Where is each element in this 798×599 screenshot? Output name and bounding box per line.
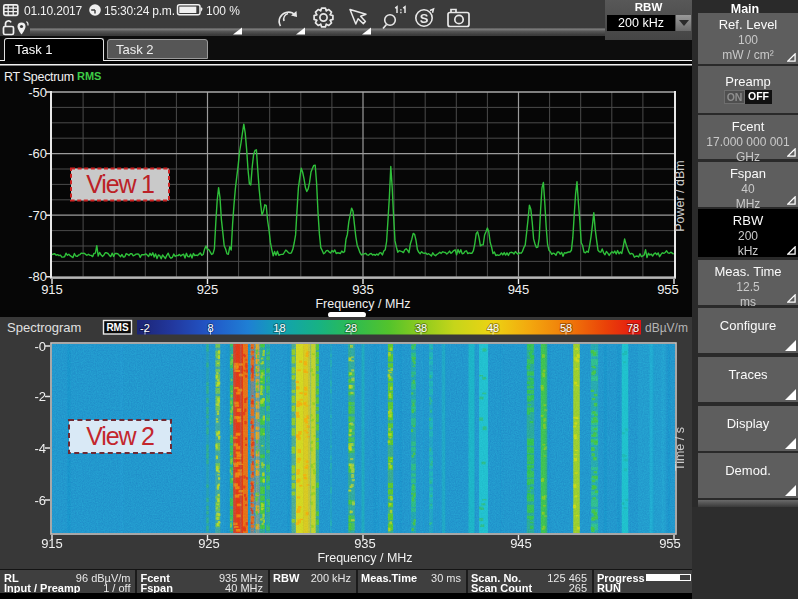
svg-text:925: 925 [198, 536, 220, 551]
svg-text:-6: -6 [34, 493, 46, 508]
svg-text:-70: -70 [28, 208, 47, 223]
svg-text:View 2: View 2 [86, 422, 154, 450]
svg-text:945: 945 [508, 282, 530, 297]
svg-text:-2: -2 [34, 389, 46, 404]
svg-text:-0: -0 [34, 339, 46, 354]
svg-text:-60: -60 [28, 146, 47, 161]
svg-text:945: 945 [510, 536, 532, 551]
svg-text:Power / dBm: Power / dBm [673, 160, 687, 232]
svg-text:Spectrogram: Spectrogram [7, 320, 81, 335]
svg-text:935: 935 [354, 536, 376, 551]
svg-text:935: 935 [352, 282, 374, 297]
svg-text:RMS: RMS [106, 322, 129, 333]
svg-text:-4: -4 [34, 441, 46, 456]
svg-text:Time / s: Time / s [673, 427, 687, 471]
svg-text:925: 925 [197, 282, 219, 297]
svg-text:dBµV/m: dBµV/m [645, 321, 688, 335]
svg-text:955: 955 [659, 536, 681, 551]
svg-text:Frequency / MHz: Frequency / MHz [315, 297, 410, 311]
svg-text:915: 915 [41, 282, 63, 297]
svg-text:955: 955 [657, 282, 679, 297]
svg-text:RT Spectrum: RT Spectrum [4, 70, 74, 84]
svg-text:S: S [420, 11, 429, 26]
svg-text:Frequency / MHz: Frequency / MHz [317, 551, 412, 565]
svg-text:View 1: View 1 [86, 170, 154, 198]
svg-text:RMS: RMS [77, 70, 101, 82]
svg-text:-50: -50 [28, 85, 47, 100]
svg-text:915: 915 [41, 536, 63, 551]
